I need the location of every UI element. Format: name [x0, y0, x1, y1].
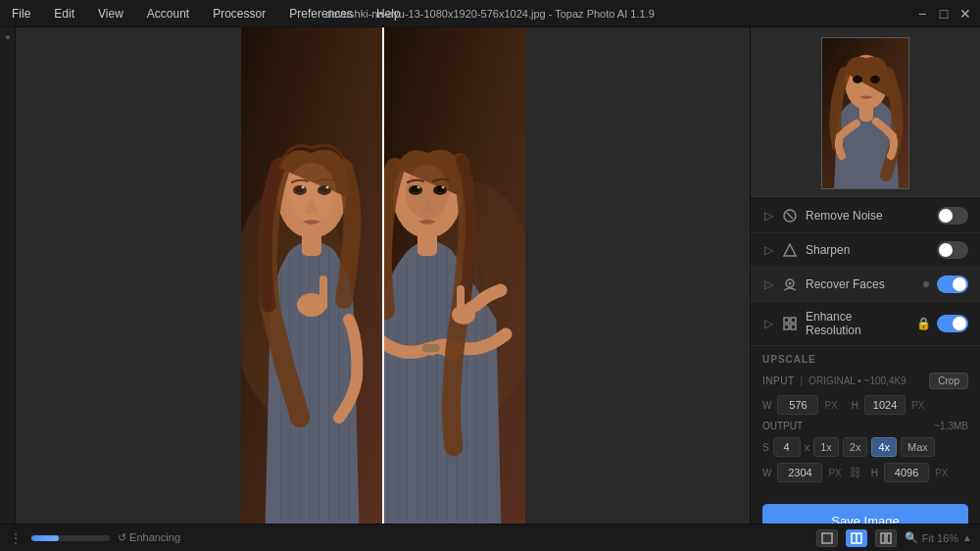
scale-buttons-row: S 4 x 1x 2x 4x Max [762, 437, 968, 457]
thumbnail-area [751, 27, 980, 199]
svg-rect-26 [457, 285, 465, 318]
recover-faces-icon [782, 276, 798, 292]
width-input[interactable]: 576 [777, 395, 818, 415]
w-unit-out: PX [828, 468, 841, 478]
svg-rect-44 [881, 533, 885, 543]
progress-bar [31, 535, 110, 541]
crop-button[interactable]: Crop [929, 373, 968, 389]
image-right-half [383, 27, 525, 524]
enhance-resolution-expand-icon[interactable]: ▷ [762, 318, 774, 329]
sidebar-dot [6, 35, 10, 39]
output-size: ~1,3MB [934, 421, 968, 431]
thumbnail-image [821, 37, 909, 189]
enhance-resolution-icon [782, 316, 798, 331]
menu-dots-icon[interactable]: ⋮ [8, 530, 24, 546]
svg-rect-38 [791, 318, 796, 323]
svg-point-12 [287, 163, 336, 222]
scale-2x-button[interactable]: 2x [843, 437, 868, 457]
remove-noise-expand-icon[interactable]: ▷ [762, 210, 774, 222]
height-input[interactable]: 1024 [864, 395, 906, 415]
sharpen-toggle[interactable] [937, 241, 968, 259]
svg-rect-37 [784, 318, 789, 323]
h-unit-in: PX [911, 400, 924, 411]
enhancing-icon: ↺ [118, 531, 126, 543]
width-output[interactable]: 2304 [777, 463, 822, 482]
scale-s-label: S [762, 442, 769, 453]
bottom-bar: ⋮ ↺ Enhancing 🔍 Fit 16% ▲ [0, 524, 980, 551]
minimize-button[interactable]: − [915, 7, 929, 21]
sharpen-icon [782, 242, 798, 258]
enhance-resolution-label: Enhance Resolution [806, 310, 909, 337]
remove-noise-icon [782, 208, 798, 224]
enhance-resolution-row[interactable]: ▷ Enhance Resolution 🔒 [751, 302, 980, 346]
svg-rect-45 [887, 533, 891, 543]
scale-max-button[interactable]: Max [901, 437, 935, 457]
output-row: OUTPUT ~1,3MB [762, 421, 968, 431]
upscale-title: UPSCALE [762, 354, 968, 365]
svg-marker-34 [784, 244, 796, 256]
svg-rect-15 [422, 344, 440, 352]
svg-point-30 [853, 75, 862, 83]
recover-faces-expand-icon[interactable]: ▷ [762, 278, 774, 290]
h-unit-out: PX [935, 468, 948, 478]
maximize-button[interactable]: □ [937, 7, 951, 21]
svg-rect-41 [822, 533, 832, 543]
remove-noise-label: Remove Noise [806, 209, 929, 223]
close-button[interactable]: ✕ [958, 7, 972, 21]
w-label-in: W [762, 400, 771, 411]
w-unit-in: PX [824, 400, 837, 411]
recover-faces-label: Recover Faces [806, 277, 915, 291]
output-label: OUTPUT [762, 421, 803, 431]
scale-value-input[interactable]: 4 [773, 437, 801, 457]
zoom-up-button[interactable]: ▲ [962, 532, 972, 543]
right-image-svg [383, 27, 525, 524]
enhance-resolution-toggle-knob [953, 317, 966, 330]
scale-1x-button[interactable]: 1x [813, 437, 839, 457]
save-image-button[interactable]: Save Image [762, 504, 968, 524]
remove-noise-row[interactable]: ▷ Remove Noise [751, 199, 980, 233]
sharpen-row[interactable]: ▷ Sharpen [751, 233, 980, 268]
menu-file[interactable]: File [8, 5, 34, 23]
svg-point-31 [870, 75, 880, 83]
svg-point-36 [789, 282, 792, 285]
zoom-level: Fit 16% [922, 532, 958, 544]
remove-noise-toggle-knob [939, 209, 953, 223]
enhance-resolution-toggle[interactable] [937, 315, 968, 332]
height-output[interactable]: 4096 [884, 463, 929, 482]
scale-4x-button[interactable]: 4x [871, 437, 897, 457]
right-panel: ▷ Remove Noise ▷ [750, 27, 980, 524]
recover-faces-toggle[interactable] [937, 276, 968, 293]
scale-x-label: x [805, 441, 810, 453]
recover-faces-toggle-knob [953, 277, 966, 291]
sharpen-expand-icon[interactable]: ▷ [762, 244, 774, 256]
view-single-button[interactable] [816, 529, 838, 547]
zoom-icon: 🔍 [905, 531, 918, 544]
window-controls: − □ ✕ [915, 7, 972, 21]
input-label: INPUT [762, 376, 795, 386]
title-bar: File Edit View Account Processor Prefere… [0, 0, 980, 27]
left-image-svg [241, 27, 383, 524]
zoom-controls: 🔍 Fit 16% ▲ [905, 531, 972, 544]
menu-account[interactable]: Account [143, 5, 193, 23]
panel-controls: ▷ Remove Noise ▷ [751, 199, 980, 524]
enhancing-text: Enhancing [129, 531, 180, 543]
window-title: devushki-na-avu-13-1080x1920-576x1024.jp… [325, 8, 655, 20]
input-separator: | [801, 376, 804, 386]
view-dual-button[interactable] [875, 529, 897, 547]
image-left-half [241, 27, 383, 524]
output-wh-row: W 2304 PX ⛓ H 4096 PX [762, 463, 968, 482]
canvas-area [16, 27, 750, 524]
comparison-divider[interactable] [382, 27, 384, 524]
svg-point-24 [441, 186, 444, 189]
menu-edit[interactable]: Edit [50, 5, 78, 23]
menu-view[interactable]: View [94, 5, 127, 23]
view-split-button[interactable] [846, 529, 867, 547]
lock-icon: 🔒 [917, 318, 929, 329]
menu-processor[interactable]: Processor [209, 5, 270, 23]
recover-faces-row[interactable]: ▷ Recover Faces [751, 268, 980, 302]
upscale-section: UPSCALE INPUT | ORIGINAL • ~100,4K9 Crop… [751, 346, 980, 496]
svg-rect-39 [784, 325, 789, 329]
bottom-right-controls: 🔍 Fit 16% ▲ [816, 529, 972, 547]
svg-line-33 [787, 213, 793, 219]
remove-noise-toggle[interactable] [937, 207, 968, 225]
